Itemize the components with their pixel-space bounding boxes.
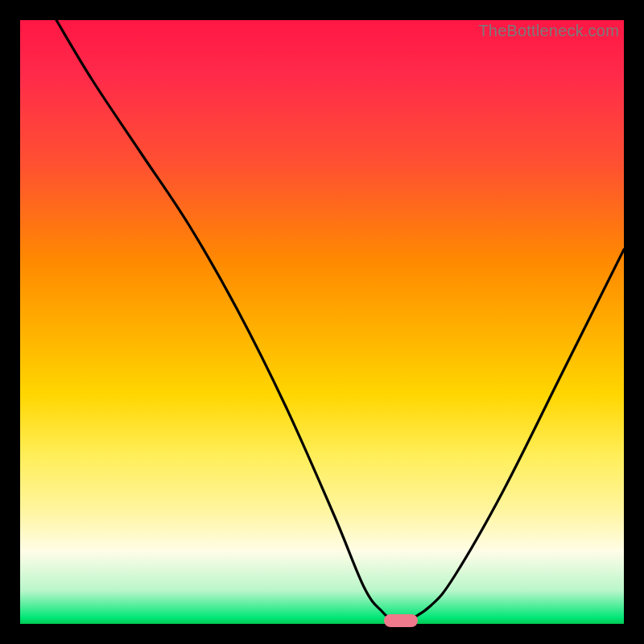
curve-path (56, 20, 624, 622)
optimal-marker (384, 614, 418, 627)
chart-frame: TheBottleneck.com (0, 0, 644, 644)
plot-area: TheBottleneck.com (20, 20, 624, 624)
bottleneck-curve (20, 20, 624, 624)
